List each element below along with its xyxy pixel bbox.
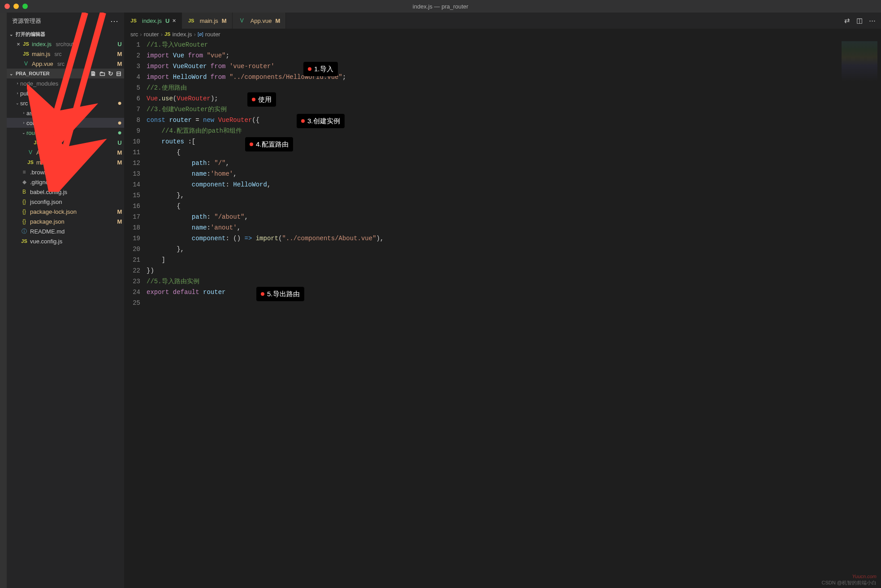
code-line[interactable]: { (147, 201, 881, 212)
code-line[interactable]: //5.导入路由实例 (147, 276, 881, 287)
project-actions: 🗎 🗀 ↻ ⊟ (90, 70, 121, 77)
code-line[interactable]: import HelloWord from "../components/Hel… (147, 72, 881, 82)
file-item[interactable]: {}jsconfig.json (7, 197, 124, 207)
chevron-icon: ⌄ (15, 101, 20, 105)
file-item[interactable]: JSvue.config.js (7, 236, 124, 246)
chevron-right-icon: › (140, 31, 142, 38)
folder-item[interactable]: ⌄src● (7, 98, 124, 108)
project-header[interactable]: ⌄ PRA_ROUTER 🗎 🗀 ↻ ⊟ (7, 69, 124, 78)
file-item[interactable]: ≡.browserslistrc (7, 167, 124, 177)
editor-tab[interactable]: JSindex.jsU× (124, 13, 182, 29)
code-editor[interactable]: 1234567891011121314151617181920212223242… (124, 39, 881, 588)
folder-item[interactable]: ›public (7, 88, 124, 98)
annotation-label: 使用 (247, 92, 276, 107)
item-name: vue.config.js (30, 238, 124, 245)
minimap[interactable] (842, 41, 877, 82)
new-folder-icon[interactable]: 🗀 (99, 70, 105, 77)
folder-item[interactable]: ›components● (7, 118, 124, 128)
folder-item[interactable]: ›assets (7, 108, 124, 118)
breadcrumb-item[interactable]: src (130, 31, 138, 38)
maximize-window-button[interactable] (22, 4, 28, 9)
annotation-dot-icon (261, 292, 264, 296)
open-editor-item[interactable]: ×JSindex.js src/routerU (7, 39, 124, 49)
activity-bar[interactable] (0, 13, 7, 588)
line-gutter: 1234567891011121314151617181920212223242… (124, 39, 147, 588)
file-icon: {} (20, 218, 28, 225)
file-item[interactable]: {}package-lock.jsonM (7, 207, 124, 216)
editor-tab[interactable]: JSmain.jsM (182, 13, 233, 29)
file-icon: V (22, 61, 30, 67)
file-item[interactable]: Bbabel.config.js (7, 187, 124, 197)
item-name: .gitignore (30, 179, 124, 186)
breadcrumb-item[interactable]: index.js (172, 31, 192, 38)
more-icon[interactable]: ⋯ (869, 17, 876, 25)
code-line[interactable]: }, (147, 190, 881, 201)
file-icon: ≡ (20, 169, 28, 175)
code-line[interactable]: //4.配置路由的path和组件 (147, 125, 881, 136)
file-icon: JS (22, 51, 30, 56)
close-window-button[interactable] (4, 4, 10, 9)
code-content[interactable]: //1.导入VueRouterimport Vue from "vue";imp… (147, 39, 881, 588)
more-icon[interactable]: ⋯ (110, 16, 119, 26)
tabs-bar: JSindex.jsU×JSmain.jsMVApp.vueM⇄◫⋯ (124, 13, 881, 29)
line-number: 12 (124, 158, 140, 169)
code-line[interactable]: import VueRouter from 'vue-router' (147, 61, 881, 72)
code-line[interactable]: component: HelloWord, (147, 179, 881, 190)
code-line[interactable]: }, (147, 244, 881, 255)
minimize-window-button[interactable] (13, 4, 19, 9)
breadcrumbs[interactable]: src › router › JS index.js › [ø] router (124, 29, 881, 39)
tab-name: App.vue (250, 17, 272, 24)
new-file-icon[interactable]: 🗎 (90, 70, 96, 77)
code-line[interactable]: import Vue from "vue"; (147, 50, 881, 61)
window-title: index.js — pra_router (413, 3, 468, 10)
git-status: M (275, 17, 280, 24)
file-item[interactable]: JSindex.jsU (7, 138, 124, 147)
code-line[interactable]: //1.导入VueRouter (147, 39, 881, 50)
open-editor-item[interactable]: VApp.vue srcM (7, 59, 124, 69)
code-line[interactable]: path: "/about", (147, 212, 881, 222)
code-line[interactable]: path: "/", (147, 158, 881, 169)
collapse-icon[interactable]: ⊟ (116, 70, 121, 77)
code-line[interactable]: const router = new VueRouter({ (147, 115, 881, 125)
folder-item[interactable]: ›node_modules (7, 78, 124, 88)
git-dot: ● (115, 119, 124, 127)
file-icon: B (20, 189, 28, 195)
file-item[interactable]: ⓘREADME.md (7, 226, 124, 236)
item-name: router (26, 130, 115, 136)
compare-icon[interactable]: ⇄ (844, 17, 850, 25)
split-icon[interactable]: ◫ (856, 17, 863, 25)
code-line[interactable]: ] (147, 255, 881, 265)
refresh-icon[interactable]: ↻ (108, 70, 113, 77)
line-number: 23 (124, 276, 140, 287)
traffic-lights (4, 4, 28, 9)
chevron-right-icon: › (194, 31, 196, 38)
file-item[interactable]: JSmain.jsM (7, 157, 124, 167)
git-status: M (115, 51, 124, 57)
file-item[interactable]: ◆.gitignore (7, 177, 124, 187)
file-icon: {} (20, 199, 28, 205)
breadcrumb-item[interactable]: router (205, 31, 220, 38)
code-line[interactable]: component: () => import("../components/A… (147, 233, 881, 244)
file-item[interactable]: {}package.jsonM (7, 216, 124, 226)
breadcrumb-item[interactable]: router (144, 31, 159, 38)
annotation-text: 4.配置路由 (256, 139, 289, 150)
variable-icon: [ø] (198, 31, 203, 37)
open-editors-header[interactable]: ⌄ 打开的编辑器 (7, 30, 124, 39)
file-icon: JS (26, 160, 35, 165)
line-number: 5 (124, 82, 140, 93)
editor-tab[interactable]: VApp.vueM (233, 13, 286, 29)
git-status: U (115, 41, 124, 48)
file-item[interactable]: VApp.vueM (7, 147, 124, 157)
code-line[interactable]: name:'anout', (147, 222, 881, 233)
code-line[interactable]: name:'home', (147, 169, 881, 179)
code-line[interactable]: //2.使用路由 (147, 82, 881, 93)
close-icon[interactable]: × (172, 17, 176, 24)
item-name: components (26, 120, 115, 126)
folder-item[interactable]: ⌄router● (7, 128, 124, 138)
code-line[interactable]: }) (147, 265, 881, 276)
chevron-down-icon: ⌄ (9, 32, 16, 37)
chevron-icon: › (21, 111, 26, 115)
line-number: 15 (124, 190, 140, 201)
open-editor-item[interactable]: JSmain.js srcM (7, 49, 124, 59)
close-icon[interactable]: × (15, 41, 22, 48)
